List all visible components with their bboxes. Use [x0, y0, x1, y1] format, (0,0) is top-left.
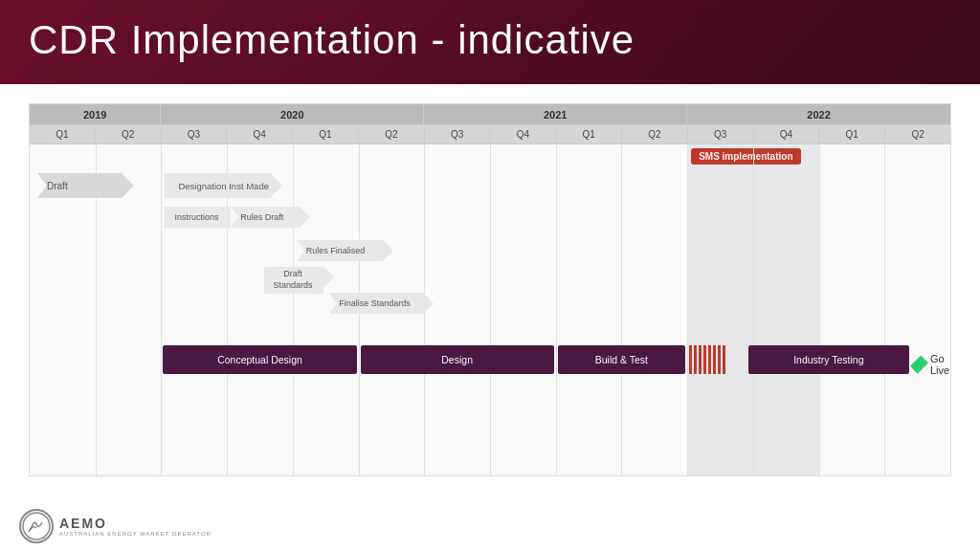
aemo-logo-svg [21, 511, 52, 541]
grid-line-7 [490, 144, 491, 476]
aemo-logo: AEMO AUSTRALIAN ENERGY MARKET OPERATOR [19, 509, 212, 543]
grid-line-13 [884, 144, 885, 476]
q1-2020: Q1 [293, 125, 359, 143]
grid-line-9 [621, 144, 622, 476]
striped-section [689, 345, 742, 374]
grid-line-10 [687, 144, 688, 476]
q2-2019: Q2 [96, 125, 162, 143]
footer: AEMO AUSTRALIAN ENERGY MARKET OPERATOR [19, 509, 212, 543]
main-content: 2019 2020 2021 2022 Q1 Q2 Q3 Q4 Q1 Q2 Q3… [0, 84, 980, 486]
design-bar: Design [361, 345, 554, 374]
aemo-text-block: AEMO AUSTRALIAN ENERGY MARKET OPERATOR [59, 516, 212, 537]
designation-label: Designation Inst Made [165, 173, 270, 198]
draft-label: Draft [37, 173, 122, 198]
conceptual-design-bar: Conceptual Design [163, 345, 356, 374]
year-2020: 2020 [161, 104, 424, 124]
q4-2020: Q4 [227, 125, 293, 143]
q2-2020: Q2 [359, 125, 425, 143]
aemo-logo-circle [19, 509, 54, 543]
sms-badge: SMS implementation [691, 148, 800, 165]
industry-testing-bar: Industry Testing [748, 345, 909, 374]
grid-line-11 [753, 144, 754, 476]
instructions-label: Instructions [165, 207, 232, 228]
q4-2021: Q4 [490, 125, 556, 143]
grid-line-2 [161, 144, 162, 476]
go-live-label: Go Live [930, 353, 951, 376]
go-live-diamond [910, 356, 928, 374]
build-test-bar: Build & Test [558, 345, 685, 374]
draft-arrow: Draft [37, 173, 122, 198]
q1-2021: Q1 [556, 125, 622, 143]
q3-2020: Q3 [162, 125, 228, 143]
go-live: Go Live [914, 353, 951, 376]
q3-2022: Q3 [688, 125, 754, 143]
finalise-standards-label: Finalise Standards [329, 293, 423, 314]
rules-finalised-label: Rules Finalised [297, 240, 383, 261]
draft-standards-label: DraftStandards [264, 267, 323, 294]
designation-inst-made-arrow: Designation Inst Made [165, 173, 270, 198]
year-2022: 2022 [687, 104, 950, 124]
gantt-body: SMS implementation Draft Designation Ins… [30, 144, 950, 476]
year-2021: 2021 [424, 104, 687, 124]
grid-line-12 [819, 144, 820, 476]
aemo-subtitle: AUSTRALIAN ENERGY MARKET OPERATOR [59, 531, 212, 537]
stripe-inner [689, 345, 742, 374]
year-2019: 2019 [30, 104, 161, 124]
gantt-chart: 2019 2020 2021 2022 Q1 Q2 Q3 Q4 Q1 Q2 Q3… [29, 103, 951, 476]
grid-line-4 [293, 144, 294, 476]
year-row: 2019 2020 2021 2022 [30, 104, 950, 125]
q1-2019: Q1 [30, 125, 96, 143]
svg-point-0 [23, 513, 50, 540]
q4-2022: Q4 [754, 125, 820, 143]
quarter-row: Q1 Q2 Q3 Q4 Q1 Q2 Q3 Q4 Q1 Q2 Q3 Q4 Q1 Q… [30, 125, 950, 144]
rules-draft-label: Rules Draft [231, 207, 300, 228]
header: CDR Implementation - indicative [0, 0, 980, 84]
q1-2022: Q1 [819, 125, 885, 143]
q2-2022: Q2 [885, 125, 950, 143]
grid-line-8 [556, 144, 557, 476]
q2-2021: Q2 [622, 125, 688, 143]
aemo-name: AEMO [59, 516, 212, 531]
q3-2021: Q3 [425, 125, 491, 143]
page-title: CDR Implementation - indicative [29, 17, 951, 63]
